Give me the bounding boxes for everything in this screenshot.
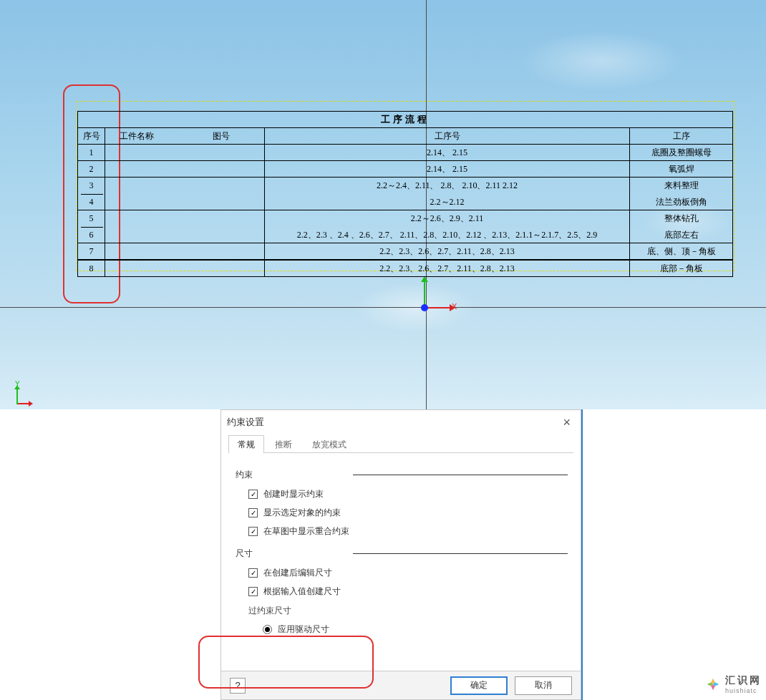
cell-num: 2.2、2.3、2.6、2.7、2.11、2.8、2.13 — [265, 243, 630, 259]
ucs-x-label: X — [452, 302, 457, 311]
cell-proc: 底部左右 — [630, 227, 732, 243]
watermark: 汇识网 huishiatc — [705, 674, 762, 694]
cell-seq: 6 — [78, 227, 105, 243]
cell-proc: 来料整理 — [630, 178, 732, 194]
cell-name — [105, 227, 265, 243]
checkbox-edit-after-create[interactable]: ✓ 在创建后编辑尺寸 — [248, 567, 568, 579]
table-title: 工序流程 — [78, 112, 732, 128]
table-row[interactable]: 72.2、2.3、2.6、2.7、2.11、2.8、2.13底、侧、顶－角板 — [78, 243, 732, 260]
cell-seq: 5 — [78, 210, 105, 227]
cell-name — [105, 145, 265, 160]
cell-seq: 7 — [78, 243, 105, 259]
cell-name — [105, 194, 265, 210]
watermark-brand: 汇识网 — [725, 674, 762, 687]
cell-proc: 法兰劲板倒角 — [630, 194, 732, 210]
cell-proc: 底部－角板 — [630, 261, 732, 276]
tab-relax[interactable]: 放宽模式 — [303, 435, 356, 453]
cell-name — [105, 161, 265, 177]
section-constraint: 约束 — [236, 469, 568, 481]
cell-proc: 底圈及整圈螺母 — [630, 145, 732, 160]
checkbox-icon: ✓ — [248, 587, 258, 596]
cell-seq: 3 — [78, 178, 105, 194]
table-row[interactable]: 62.2、2.3 、2.4 、2.6、2.7、 2.11、2.8、2.10、2.… — [78, 227, 732, 243]
tab-general[interactable]: 常规 — [228, 435, 264, 453]
cell-proc: 底、侧、顶－角板 — [630, 243, 732, 259]
table-row[interactable]: 42.2～2.12法兰劲板倒角 — [78, 194, 732, 210]
checkbox-show-coincident[interactable]: ✓ 在草图中显示重合约束 — [248, 525, 568, 538]
process-flow-table[interactable]: 工序流程 序号 工件名称 图号 工序号 工序 12.14、 2.15底圈及整圈螺… — [77, 111, 733, 277]
cancel-button[interactable]: 取消 — [515, 676, 572, 695]
checkbox-show-selected[interactable]: ✓ 显示选定对象的约束 — [248, 507, 568, 519]
radio-icon — [263, 625, 272, 634]
table-row[interactable]: 52.2～2.6、2.9、2.11整体钻孔 — [78, 210, 732, 227]
watermark-domain: huishiatc — [725, 687, 762, 694]
close-icon[interactable]: × — [558, 415, 575, 430]
dialog-titlebar[interactable]: 约束设置 × — [221, 410, 581, 434]
table-row[interactable]: 12.14、 2.15底圈及整圈螺母 — [78, 145, 732, 161]
header-name: 工件名称 图号 — [105, 128, 265, 144]
cell-seq: 8 — [78, 261, 105, 276]
checkbox-icon: ✓ — [248, 508, 258, 517]
dialog-title: 约束设置 — [227, 416, 264, 429]
table-row[interactable]: 32.2～2.4、2.11、 2.8、 2.10、2.11 2.12来料整理 — [78, 178, 732, 194]
table-row[interactable]: 22.14、 2.15氧弧焊 — [78, 161, 732, 178]
watermark-logo-icon — [705, 676, 721, 692]
cell-seq: 2 — [78, 161, 105, 177]
cell-num: 2.2～2.12 — [265, 194, 630, 210]
cell-name — [105, 178, 265, 194]
cell-num: 2.2、2.3、2.6、2.7、2.11、2.8、2.13 — [265, 261, 630, 276]
tab-strip: 常规 推断 放宽模式 — [228, 434, 573, 453]
cell-num: 2.14、 2.15 — [265, 161, 630, 177]
checkbox-icon: ✓ — [248, 527, 258, 536]
cell-seq: 4 — [78, 194, 105, 210]
cell-num: 2.2～2.6、2.9、2.11 — [265, 210, 630, 227]
table-header-row: 序号 工件名称 图号 工序号 工序 — [78, 128, 732, 145]
header-num: 工序号 — [265, 128, 630, 144]
crosshair-horizontal — [0, 307, 766, 308]
cell-proc: 整体钻孔 — [630, 210, 732, 227]
header-proc: 工序 — [630, 128, 732, 144]
checkbox-icon: ✓ — [248, 568, 258, 578]
overconstrained-label: 过约束尺寸 — [248, 605, 568, 617]
checkbox-icon: ✓ — [248, 490, 258, 499]
cell-name — [105, 210, 265, 227]
checkbox-show-on-create[interactable]: ✓ 创建时显示约束 — [248, 488, 568, 500]
ok-button[interactable]: 确定 — [450, 676, 508, 695]
cell-name — [105, 261, 265, 276]
cell-num: 2.2～2.4、2.11、 2.8、 2.10、2.11 2.12 — [265, 178, 630, 194]
section-dimension: 尺寸 — [236, 548, 568, 560]
cad-canvas[interactable]: X Y 工序流程 序号 工件名称 图号 工序号 工序 12.14、 2.15底圈… — [0, 0, 766, 409]
table-row[interactable]: 82.2、2.3、2.6、2.7、2.11、2.8、2.13底部－角板 — [78, 260, 732, 276]
cell-name — [105, 243, 265, 259]
header-seq: 序号 — [78, 128, 105, 144]
cell-num: 2.2、2.3 、2.4 、2.6、2.7、 2.11、2.8、2.10、2.1… — [265, 227, 630, 243]
cell-num: 2.14、 2.15 — [265, 145, 630, 160]
radio-apply-driving[interactable]: 应用驱动尺寸 — [263, 623, 568, 636]
tab-infer[interactable]: 推断 — [266, 435, 301, 453]
cell-proc: 氧弧焊 — [630, 161, 732, 177]
cell-seq: 1 — [78, 145, 105, 160]
annotation-highlight-2 — [198, 636, 374, 689]
checkbox-create-from-input[interactable]: ✓ 根据输入值创建尺寸 — [248, 585, 568, 598]
